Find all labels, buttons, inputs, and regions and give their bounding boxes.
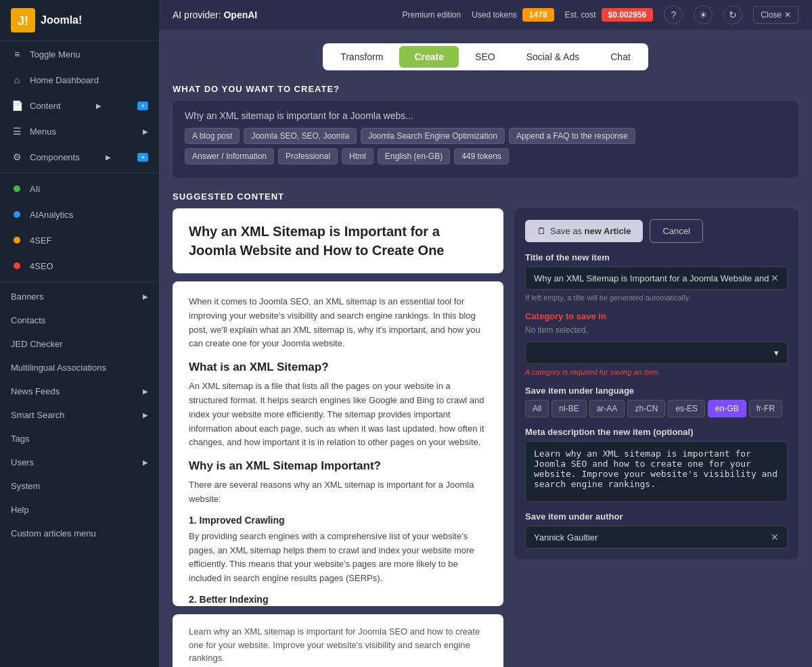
sidebar-item-system[interactable]: System	[0, 474, 159, 498]
sidebar-item-contacts[interactable]: Contacts	[0, 308, 159, 332]
lang-btn-zh-cn[interactable]: zh-CN	[627, 400, 665, 417]
tab-create[interactable]: Create	[399, 46, 459, 68]
sidebar-item-smart-search[interactable]: Smart Search ▶	[0, 403, 159, 427]
sidebar-item-label: Content	[30, 101, 61, 111]
sidebar-item-custom-articles[interactable]: Custom articles menu	[0, 522, 159, 545]
tab-social-ads[interactable]: Social & Ads	[512, 46, 595, 68]
components-icon: ⚙	[11, 151, 23, 163]
close-icon: ✕	[784, 10, 791, 20]
close-label: Close	[761, 10, 782, 20]
section1-body: An XML sitemap is a file that lists all …	[189, 380, 487, 450]
tag-blog-post: A blog post	[185, 128, 240, 144]
topbar: AI provider: OpenAI Premium edition Used…	[159, 0, 812, 30]
article-content-box[interactable]: When it comes to Joomla SEO, an XML site…	[173, 281, 503, 606]
tag-optimization: Joomla Search Engine Optimization	[361, 128, 505, 144]
sidebar-item-jed-checker[interactable]: JED Checker	[0, 332, 159, 356]
aianalytics-icon	[11, 208, 23, 221]
help-icon[interactable]: ?	[664, 5, 683, 24]
toggle-menu-icon: ≡	[11, 48, 23, 60]
sidebar-item-label: Multilingual Associations	[11, 363, 106, 373]
theme-toggle-icon[interactable]: ☀	[694, 5, 713, 24]
sidebar-item-label: Tags	[11, 434, 29, 444]
sidebar-item-components[interactable]: ⚙ Components ▶ +	[0, 144, 159, 170]
category-select[interactable]: ▾	[525, 342, 788, 364]
sidebar-item-label: Menus	[30, 127, 56, 137]
tabs-container: Transform Create SEO Social & Ads Chat	[173, 43, 798, 70]
sidebar-item-aiseo[interactable]: 4SEO	[0, 253, 159, 279]
newsfeeds-arrow: ▶	[143, 388, 148, 395]
section2-heading: Why is an XML Sitemap Important?	[189, 459, 487, 473]
sidebar-item-content[interactable]: 📄 Content ▶ +	[0, 93, 159, 118]
meta-textarea[interactable]: Learn why an XML sitemap is important fo…	[525, 441, 788, 502]
section2-body: There are several reasons why an XML sit…	[189, 478, 487, 507]
sidebar-item-label: AIAnalytics	[30, 210, 73, 220]
refresh-icon[interactable]: ↻	[723, 5, 742, 24]
joomla-logo-icon: J!	[11, 8, 35, 32]
home-icon: ⌂	[11, 74, 23, 86]
sidebar-item-multilingual[interactable]: Multilingual Associations	[0, 356, 159, 380]
title-input-wrapper[interactable]: ✕	[525, 267, 788, 290]
content-area: Transform Create SEO Social & Ads Chat W…	[159, 30, 812, 667]
query-text: Why an XML sitemap is important for a Jo…	[185, 110, 786, 121]
sidebar-item-aianalytics[interactable]: AIAnalytics	[0, 202, 159, 227]
content-badge: +	[137, 101, 148, 110]
lang-btn-fr-fr[interactable]: fr-FR	[749, 400, 782, 417]
author-clear-icon[interactable]: ✕	[771, 532, 779, 543]
save-as-new-article-button[interactable]: 🗒 Save as new Article	[525, 220, 643, 242]
lang-btn-en-gb[interactable]: en-GB	[708, 400, 746, 417]
tabs: Transform Create SEO Social & Ads Chat	[323, 43, 648, 70]
cancel-button[interactable]: Cancel	[650, 219, 702, 243]
sidebar-item-aisef[interactable]: 4SEF	[0, 227, 159, 253]
article-title: Why an XML Sitemap is Important for a Jo…	[189, 222, 487, 260]
tag-professional: Professional	[278, 148, 338, 164]
sidebar-item-label: 4SEF	[30, 235, 52, 246]
tag-html: Html	[342, 148, 374, 164]
sidebar-item-users[interactable]: Users ▶	[0, 451, 159, 474]
sidebar-item-help[interactable]: Help	[0, 498, 159, 522]
author-input[interactable]	[534, 532, 771, 543]
meta-section: Meta description the new item (optional)…	[525, 427, 788, 502]
title-clear-icon[interactable]: ✕	[771, 273, 779, 283]
tokens-value: 1478	[522, 8, 554, 22]
sidebar-item-banners[interactable]: Banners ▶	[0, 285, 159, 308]
sidebar-item-ai[interactable]: AIi	[0, 176, 159, 202]
lang-btn-es-es[interactable]: es-ES	[668, 400, 705, 417]
title-input[interactable]	[534, 273, 771, 283]
cost-value: $0.002956	[602, 8, 654, 22]
sidebar-item-label: System	[11, 481, 40, 491]
sidebar-item-home-dashboard[interactable]: ⌂ Home Dashboard	[0, 67, 159, 93]
sidebar-item-menus[interactable]: ☰ Menus ▶	[0, 118, 159, 144]
aiseo-icon	[11, 260, 23, 272]
components-badge: +	[137, 153, 148, 162]
tab-transform[interactable]: Transform	[325, 46, 398, 68]
author-input-wrapper[interactable]: ✕	[525, 526, 788, 549]
author-label: Save item under author	[525, 511, 788, 522]
tab-chat[interactable]: Chat	[595, 46, 646, 68]
language-label: Save item under language	[525, 386, 788, 396]
save-icon: 🗒	[537, 226, 546, 236]
section1-heading: What is an XML Sitemap?	[189, 361, 487, 374]
article-title-box: Why an XML Sitemap is Important for a Jo…	[173, 208, 503, 273]
menus-arrow: ▶	[143, 128, 148, 135]
sidebar-item-label: Contacts	[11, 315, 45, 325]
sidebar: J! Joomla! ≡ Toggle Menu ⌂ Home Dashboar…	[0, 0, 159, 667]
suggested-section-label: SUGGESTED CONTENT	[173, 191, 798, 202]
tab-seo[interactable]: SEO	[460, 46, 510, 68]
subsection2-heading: 2. Better Indexing	[189, 594, 487, 605]
sidebar-item-label: Home Dashboard	[30, 75, 99, 85]
tag-language: English (en-GB)	[378, 148, 450, 164]
lang-btn-nl-be[interactable]: nl-BE	[551, 400, 586, 417]
close-button[interactable]: Close ✕	[753, 6, 798, 24]
main-area: AI provider: OpenAI Premium edition Used…	[159, 0, 812, 667]
sidebar-item-toggle-menu[interactable]: ≡ Toggle Menu	[0, 41, 159, 67]
title-section: Title of the new item ✕ If left empty, a…	[525, 252, 788, 302]
query-section-label: WHAT DO YOU WANT TO CREATE?	[173, 84, 798, 94]
ai-icon	[11, 183, 23, 195]
sidebar-item-news-feeds[interactable]: News Feeds ▶	[0, 380, 159, 403]
article-meta-box: Learn why an XML sitemap is important fo…	[173, 614, 503, 667]
users-arrow: ▶	[143, 459, 148, 466]
sidebar-item-tags[interactable]: Tags	[0, 427, 159, 451]
lang-btn-all[interactable]: All	[525, 400, 549, 417]
save-button-label: Save as new Article	[550, 226, 631, 236]
lang-btn-ar-aa[interactable]: ar-AA	[589, 400, 625, 417]
